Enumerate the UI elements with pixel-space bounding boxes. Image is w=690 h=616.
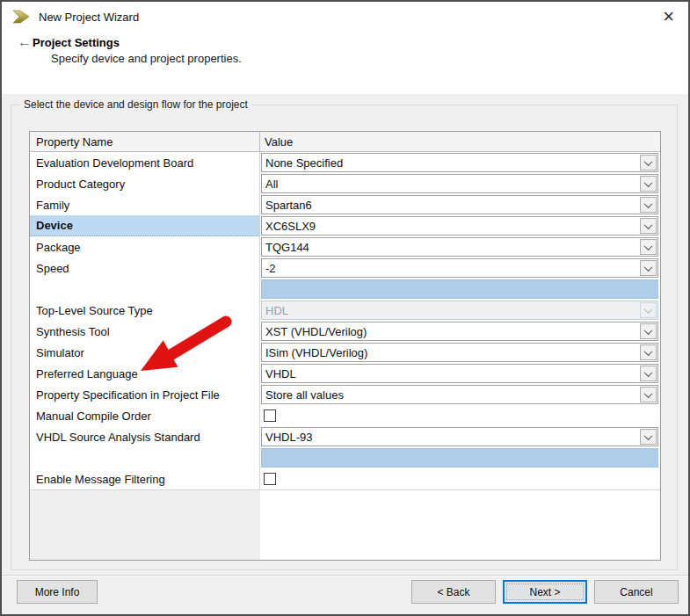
combo-family[interactable]: Spartan6	[261, 195, 658, 214]
chevron-down-icon[interactable]	[640, 260, 657, 276]
spacer-row-fill	[261, 448, 658, 467]
property-name-label: Property Specification in Project File	[30, 384, 260, 405]
property-name-label	[30, 447, 260, 468]
table-row: Product Category All	[30, 173, 660, 194]
table-row: VHDL Source Analysis Standard VHDL-93	[30, 426, 660, 447]
table-row: Enable Message Filtering	[30, 468, 660, 489]
chevron-down-icon[interactable]	[640, 387, 657, 402]
property-name-label: Preferred Language	[30, 363, 260, 384]
combo-speed[interactable]: -2	[261, 258, 658, 278]
enable-message-filtering-checkbox[interactable]	[264, 473, 276, 485]
more-info-button[interactable]: More Info	[17, 580, 98, 604]
chevron-down-icon[interactable]	[640, 344, 657, 360]
table-row: Manual Compile Order	[30, 405, 660, 426]
groupbox-label: Select the device and design flow for th…	[20, 98, 251, 111]
table-row: Preferred Language VHDL	[30, 363, 660, 384]
property-name-label	[30, 279, 260, 300]
cancel-button[interactable]: Cancel	[594, 580, 679, 604]
chevron-down-icon[interactable]	[640, 176, 657, 192]
header-value: Value	[260, 132, 660, 151]
table-header-row: Property Name Value	[30, 132, 660, 152]
table-row: Package TQG144	[30, 236, 660, 257]
page-subtitle: Specify device and project properties.	[51, 52, 688, 65]
header-property-name: Property Name	[30, 132, 260, 151]
table-row-selected: Device XC6SLX9	[30, 215, 660, 236]
title-bar: New Project Wizard ×	[2, 2, 688, 32]
new-project-wizard-dialog: New Project Wizard × ← Project Settings …	[0, 0, 690, 616]
chevron-down-icon[interactable]	[640, 323, 657, 339]
wizard-logo-icon	[12, 10, 30, 24]
combo-vhdl-source-analysis-standard[interactable]: VHDL-93	[261, 427, 658, 446]
table-row: Synthesis Tool XST (VHDL/Verilog)	[30, 321, 660, 342]
property-name-label: Synthesis Tool	[30, 321, 260, 342]
table-row-spacer	[30, 279, 660, 300]
property-name-label[interactable]: Device	[30, 215, 260, 236]
property-name-label: VHDL Source Analysis Standard	[30, 426, 260, 447]
property-name-label: Enable Message Filtering	[30, 468, 260, 489]
table-row: Speed -2	[30, 257, 660, 279]
table-row-spacer	[30, 447, 660, 468]
property-name-label: Manual Compile Order	[30, 405, 260, 426]
device-design-flow-groupbox: Select the device and design flow for th…	[11, 105, 678, 570]
button-separator	[2, 575, 688, 576]
combo-preferred-language[interactable]: VHDL	[261, 364, 658, 383]
property-name-label: Evaluation Development Board	[30, 152, 260, 173]
window-title: New Project Wizard	[39, 11, 139, 24]
combo-device[interactable]: XC6SLX9	[261, 216, 658, 236]
back-arrow-icon: ←	[18, 34, 32, 50]
back-button[interactable]: < Back	[411, 580, 496, 604]
next-button[interactable]: Next >	[503, 580, 587, 604]
property-name-label: Speed	[30, 257, 260, 279]
combo-evaluation-development-board[interactable]: None Specified	[261, 153, 658, 172]
table-row: Property Specification in Project File S…	[30, 384, 660, 405]
property-name-label: Product Category	[30, 173, 260, 194]
wizard-header: ← Project Settings Specify device and pr…	[2, 32, 688, 94]
table-row: Evaluation Development Board None Specif…	[30, 152, 660, 173]
table-filler	[30, 489, 660, 560]
property-name-label: Simulator	[30, 342, 260, 363]
combo-package[interactable]: TQG144	[261, 237, 658, 257]
close-icon[interactable]: ×	[661, 8, 676, 25]
manual-compile-order-checkbox[interactable]	[264, 409, 276, 422]
chevron-down-icon	[640, 302, 657, 318]
spacer-row-fill	[261, 279, 658, 299]
combo-property-specification[interactable]: Store all values	[261, 385, 658, 404]
chevron-down-icon[interactable]	[640, 197, 657, 213]
chevron-down-icon[interactable]	[640, 155, 657, 170]
properties-table: Property Name Value Evaluation Developme…	[29, 131, 661, 561]
chevron-down-icon[interactable]	[640, 366, 657, 381]
combo-top-level-source-type: HDL	[261, 301, 658, 320]
property-name-label: Package	[30, 236, 260, 257]
chevron-down-icon[interactable]	[640, 239, 657, 255]
table-row: Top-Level Source Type HDL	[30, 300, 660, 321]
table-row: Family Spartan6	[30, 194, 660, 215]
combo-product-category[interactable]: All	[261, 174, 658, 193]
chevron-down-icon[interactable]	[640, 218, 657, 234]
page-title: Project Settings	[33, 36, 120, 49]
table-row: Simulator ISim (VHDL/Verilog)	[30, 342, 660, 363]
dialog-body: Select the device and design flow for th…	[2, 94, 688, 614]
combo-synthesis-tool[interactable]: XST (VHDL/Verilog)	[261, 322, 658, 341]
property-name-label: Top-Level Source Type	[30, 300, 260, 321]
combo-simulator[interactable]: ISim (VHDL/Verilog)	[261, 343, 658, 362]
property-name-label: Family	[30, 194, 260, 215]
chevron-down-icon[interactable]	[640, 429, 657, 445]
